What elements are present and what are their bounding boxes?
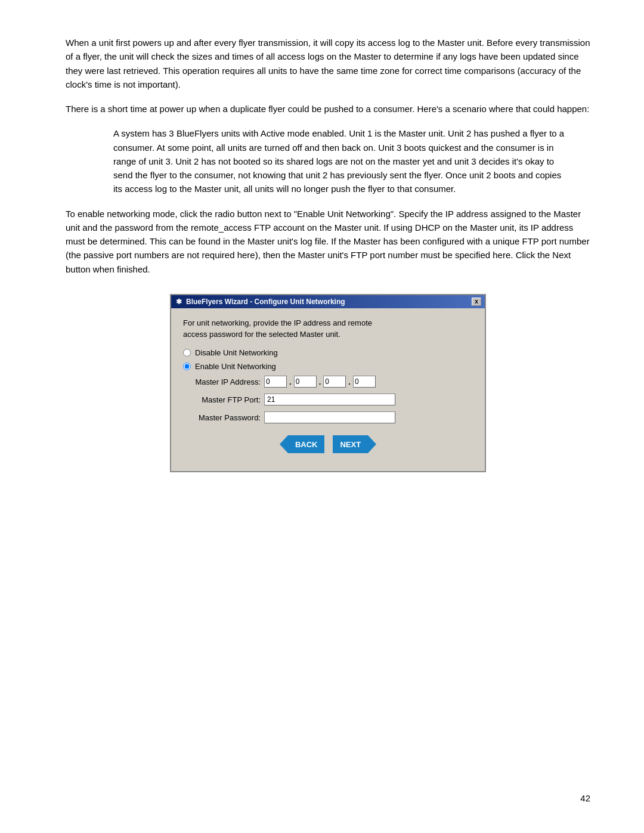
- ftp-port-row: Master FTP Port:: [183, 394, 473, 405]
- scenario-block: A system has 3 BlueFlyers units with Act…: [113, 126, 566, 196]
- wizard-close-button[interactable]: x: [472, 298, 481, 306]
- ftp-port-input[interactable]: [264, 394, 395, 405]
- titlebar-left: ✱ BlueFlyers Wizard - Configure Unit Net…: [175, 298, 345, 306]
- back-label: BACK: [288, 435, 325, 453]
- wizard-body: For unit networking, provide the IP addr…: [171, 308, 485, 472]
- ip-octet-1[interactable]: [264, 376, 287, 388]
- radio-disable-row: Disable Unit Networking: [183, 348, 473, 357]
- ip-dot-2: .: [319, 377, 321, 386]
- wizard-footer: BACK NEXT: [183, 429, 473, 463]
- ip-dot-3: .: [348, 377, 351, 386]
- paragraph-4: To enable networking mode, click the rad…: [66, 207, 590, 276]
- ip-address-label: Master IP Address:: [183, 377, 261, 386]
- ip-dot-1: .: [289, 377, 292, 386]
- radio-disable[interactable]: [183, 349, 191, 357]
- back-button[interactable]: BACK: [280, 435, 325, 453]
- wizard-description: For unit networking, provide the IP addr…: [183, 318, 473, 340]
- radio-enable-row: Enable Unit Networking: [183, 362, 473, 371]
- wizard-title: BlueFlyers Wizard - Configure Unit Netwo…: [186, 298, 345, 306]
- radio-disable-label[interactable]: Disable Unit Networking: [195, 348, 278, 357]
- ip-fields: . . .: [264, 376, 376, 388]
- wizard-titlebar: ✱ BlueFlyers Wizard - Configure Unit Net…: [171, 295, 485, 308]
- radio-enable-label[interactable]: Enable Unit Networking: [195, 362, 276, 371]
- ip-octet-3[interactable]: [323, 376, 346, 388]
- password-input[interactable]: [264, 411, 395, 423]
- ip-octet-2[interactable]: [294, 376, 317, 388]
- radio-enable[interactable]: [183, 363, 191, 370]
- ip-address-row: Master IP Address: . . .: [183, 376, 473, 388]
- page-number: 42: [580, 793, 590, 803]
- next-label: NEXT: [333, 435, 368, 453]
- wizard-window: ✱ BlueFlyers Wizard - Configure Unit Net…: [170, 294, 486, 473]
- ip-octet-4[interactable]: [353, 376, 376, 388]
- password-label: Master Password:: [183, 413, 261, 422]
- paragraph-1: When a unit first powers up and after ev…: [66, 36, 590, 91]
- paragraph-2: There is a short time at power up when a…: [66, 102, 590, 116]
- ftp-port-label: Master FTP Port:: [183, 395, 261, 404]
- password-row: Master Password:: [183, 411, 473, 423]
- next-button[interactable]: NEXT: [333, 435, 376, 453]
- wizard-icon: ✱: [175, 298, 183, 306]
